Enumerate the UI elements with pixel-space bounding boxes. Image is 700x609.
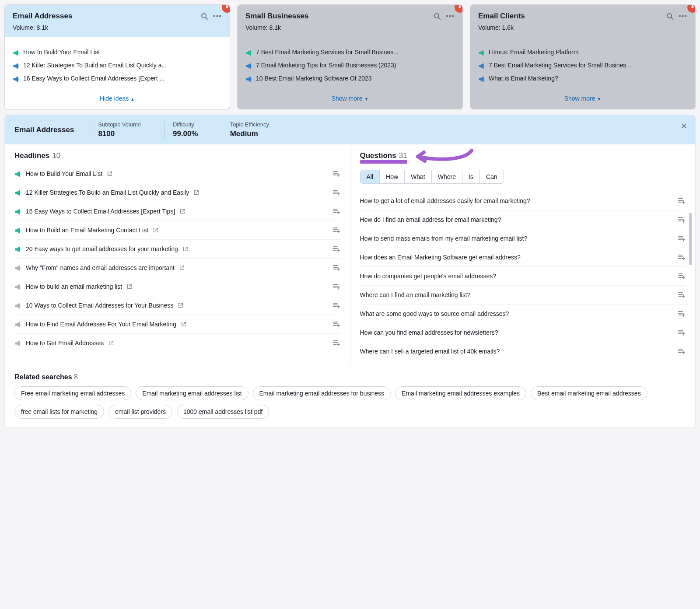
add-to-list-icon[interactable] <box>678 197 686 205</box>
add-to-list-icon[interactable] <box>332 301 340 309</box>
card-idea-text: 7 Best Email Marketing Services for Smal… <box>489 62 631 69</box>
card-head: Email Addresses ••• Volume:8.1k <box>5 5 230 37</box>
card-idea-text: 7 Best Email Marketing Services for Smal… <box>256 49 399 56</box>
add-to-list-icon[interactable] <box>332 226 340 234</box>
external-link-icon[interactable] <box>179 265 185 271</box>
card-search-icon[interactable] <box>433 12 441 21</box>
external-link-icon[interactable] <box>107 171 113 177</box>
topic-card[interactable]: Small Businesses ••• Volume:8.1k 7 Best … <box>237 4 463 109</box>
add-to-list-icon[interactable] <box>678 291 686 299</box>
scrollbar-thumb[interactable] <box>689 213 692 265</box>
add-to-list-icon[interactable] <box>332 283 340 290</box>
headline-row[interactable]: How to Get Email Addresses <box>14 334 340 352</box>
question-row[interactable]: How to send mass emails from my email ma… <box>360 229 686 248</box>
related-chip[interactable]: Email marketing email addresses for busi… <box>253 386 391 400</box>
external-link-icon[interactable] <box>178 302 184 308</box>
question-row[interactable]: Where can I sell a targeted email list o… <box>360 342 686 360</box>
external-link-icon[interactable] <box>179 208 186 214</box>
card-footer: Show more ▼ <box>238 91 462 109</box>
external-link-icon[interactable] <box>193 189 200 196</box>
filter-tab-is[interactable]: Is <box>462 170 480 183</box>
add-to-list-icon[interactable] <box>678 272 686 280</box>
related-chip[interactable]: email list providers <box>108 405 172 419</box>
headline-row[interactable]: How to Build an Email Marketing Contact … <box>14 221 340 240</box>
question-row[interactable]: How to get a lot of email addresses easi… <box>360 192 686 210</box>
add-to-list-icon[interactable] <box>332 264 340 272</box>
topic-cards-row: Email Addresses ••• Volume:8.1k How to B… <box>4 4 696 109</box>
headlines-label: Headlines <box>14 151 49 160</box>
headline-row[interactable]: How to Build Your Email List <box>14 164 340 183</box>
card-toggle-link[interactable]: Show more ▼ <box>332 95 369 102</box>
close-icon[interactable]: ✕ <box>681 121 687 131</box>
card-idea[interactable]: 7 Email Marketing Tips for Small Busines… <box>245 62 455 70</box>
add-to-list-icon[interactable] <box>678 347 686 355</box>
related-chip[interactable]: Free email marketing email addresses <box>14 386 131 400</box>
add-to-list-icon[interactable] <box>332 189 340 196</box>
card-toggle-link[interactable]: Hide ideas ▲ <box>100 95 135 102</box>
headline-row[interactable]: Why "From" names and email addresses are… <box>14 259 340 277</box>
add-to-list-icon[interactable] <box>678 234 686 242</box>
filter-tab-what[interactable]: What <box>405 170 432 183</box>
filter-tab-how[interactable]: How <box>380 170 405 183</box>
add-to-list-icon[interactable] <box>332 207 340 215</box>
filter-tab-can[interactable]: Can <box>480 170 504 183</box>
headlines-count: 10 <box>52 151 60 160</box>
card-idea[interactable]: 12 Killer Strategies To Build an Email L… <box>13 62 222 70</box>
card-idea[interactable]: 10 Best Email Marketing Software Of 2023 <box>245 75 455 83</box>
card-idea[interactable]: What is Email Marketing? <box>478 75 687 83</box>
question-text: How to get a lot of email addresses easi… <box>360 197 530 204</box>
card-toggle-link[interactable]: Show more ▼ <box>564 95 602 102</box>
question-row[interactable]: How does an Email Marketing Software get… <box>360 248 686 267</box>
question-row[interactable]: Where can I find an email marketing list… <box>360 286 686 304</box>
add-to-list-icon[interactable] <box>332 245 340 253</box>
questions-column: Questions 31 AllHowWhatWhereIsCan How to… <box>350 144 696 366</box>
topic-card[interactable]: Email Clients ••• Volume:1.6k Litmus: Em… <box>470 4 696 109</box>
card-more-icon[interactable]: ••• <box>213 12 222 21</box>
related-chip[interactable]: Email marketing email addresses examples <box>395 386 526 400</box>
headline-row[interactable]: 20 Easy ways to get email addresses for … <box>14 240 340 259</box>
add-to-list-icon[interactable] <box>332 170 340 178</box>
headline-row[interactable]: How to Find Email Addresses For Your Ema… <box>14 315 340 334</box>
card-idea[interactable]: How to Build Your Email List <box>13 49 222 56</box>
topic-card[interactable]: Email Addresses ••• Volume:8.1k How to B… <box>4 4 230 109</box>
megaphone-icon <box>245 63 252 70</box>
card-more-icon[interactable]: ••• <box>446 12 455 21</box>
card-more-icon[interactable]: ••• <box>679 12 687 21</box>
headline-row[interactable]: 10 Ways to Collect Email Addresses for Y… <box>14 296 340 315</box>
card-title: Small Businesses <box>245 12 309 21</box>
external-link-icon[interactable] <box>108 340 114 346</box>
related-chip[interactable]: 1000 email addresses list pdf <box>177 405 269 419</box>
question-row[interactable]: How can you find email addresses for new… <box>360 323 686 342</box>
card-search-icon[interactable] <box>200 12 209 21</box>
add-to-list-icon[interactable] <box>678 253 686 261</box>
headline-row[interactable]: 12 Killer Strategies To Build an Email L… <box>14 183 340 202</box>
external-link-icon[interactable] <box>153 227 159 233</box>
filter-tab-where[interactable]: Where <box>432 170 462 183</box>
card-idea[interactable]: 7 Best Email Marketing Services for Smal… <box>478 62 687 70</box>
questions-list-wrap: How to get a lot of email addresses easi… <box>360 192 686 360</box>
related-chip[interactable]: free email lists for marketing <box>14 405 104 419</box>
card-idea[interactable]: Litmus: Email Marketing Platform <box>478 49 687 56</box>
add-to-list-icon[interactable] <box>678 310 686 318</box>
add-to-list-icon[interactable] <box>678 216 686 224</box>
card-search-icon[interactable] <box>665 12 674 21</box>
external-link-icon[interactable] <box>182 246 189 252</box>
question-row[interactable]: What are some good ways to source email … <box>360 304 686 323</box>
filter-tab-all[interactable]: All <box>360 170 380 183</box>
add-to-list-icon[interactable] <box>332 339 340 347</box>
headline-row[interactable]: 16 Easy Ways to Collect Email Addresses … <box>14 202 340 221</box>
external-link-icon[interactable] <box>126 284 133 290</box>
question-row[interactable]: How do companies get people's email addr… <box>360 267 686 286</box>
question-text: What are some good ways to source email … <box>360 310 509 317</box>
question-row[interactable]: How do I find an email address for email… <box>360 210 686 229</box>
megaphone-icon <box>14 246 21 253</box>
card-idea[interactable]: 7 Best Email Marketing Services for Smal… <box>245 49 455 56</box>
headline-text: Why "From" names and email addresses are… <box>26 264 175 271</box>
headline-row[interactable]: How to build an email marketing list <box>14 277 340 296</box>
related-chip[interactable]: Best email marketing email addresses <box>531 386 648 400</box>
card-idea[interactable]: 16 Easy Ways to Collect Email Addresses … <box>13 75 222 83</box>
related-chip[interactable]: Email marketing email addresses list <box>136 386 248 400</box>
add-to-list-icon[interactable] <box>332 320 340 328</box>
add-to-list-icon[interactable] <box>678 329 686 336</box>
external-link-icon[interactable] <box>181 321 187 327</box>
